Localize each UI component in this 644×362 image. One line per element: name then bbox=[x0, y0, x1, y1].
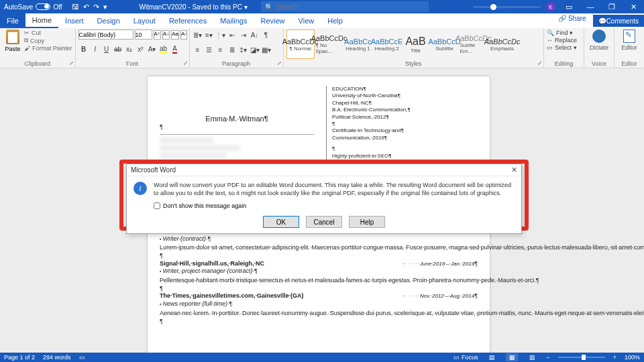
replace-button[interactable]: ↔Replace bbox=[547, 37, 577, 44]
job2-body[interactable]: Pellentesque·habitant·morbi·tristique·se… bbox=[160, 277, 478, 285]
job1-role[interactable]: Writer·(contract)· bbox=[160, 235, 478, 243]
read-mode-icon[interactable]: ▤ bbox=[486, 353, 498, 361]
highlight-button[interactable]: ab bbox=[158, 44, 169, 54]
comments-button[interactable]: 💬 Comments bbox=[593, 15, 644, 27]
web-layout-icon[interactable]: ▥ bbox=[526, 353, 538, 361]
cancel-button[interactable]: Cancel bbox=[306, 216, 342, 228]
save-icon[interactable]: 🖫 bbox=[72, 3, 79, 11]
undo-icon[interactable]: ↶ bbox=[83, 3, 89, 11]
zoom-in-icon[interactable]: + bbox=[613, 354, 616, 361]
zoom-slider[interactable] bbox=[558, 357, 605, 358]
shrink-font-button[interactable]: A↓ bbox=[162, 30, 170, 40]
menu-design[interactable]: Design bbox=[91, 13, 127, 28]
close-icon[interactable]: ✕ bbox=[625, 3, 641, 11]
help-button[interactable]: Help bbox=[349, 216, 385, 228]
edu-line[interactable]: Chapel·Hill,·NC bbox=[332, 100, 478, 107]
edu-header[interactable]: EDUCATION bbox=[332, 86, 478, 93]
share-button[interactable]: 🔗 Share bbox=[553, 15, 591, 27]
style-item[interactable]: AaBbCcHeading 1 bbox=[344, 29, 372, 59]
menu-home[interactable]: Home bbox=[25, 13, 58, 28]
align-right-button[interactable]: ≡ bbox=[215, 44, 226, 55]
spellcheck-icon[interactable]: ▭ bbox=[79, 354, 85, 361]
document-title[interactable]: WitmanCV2020 - Saved to this PC ▾ bbox=[140, 3, 248, 11]
edu-line[interactable]: University·of·North·Carolina bbox=[332, 93, 478, 99]
multilevel-button[interactable]: ⋮▾ bbox=[215, 29, 226, 40]
job2-role[interactable]: Writer,·project·manager·(contract)· bbox=[160, 267, 478, 276]
doc-name-line[interactable]: Emma·M.·Witman bbox=[160, 114, 314, 123]
user-avatar[interactable]: E bbox=[546, 2, 555, 11]
ok-button[interactable]: OK bbox=[263, 216, 299, 228]
dialog-title-bar[interactable]: Microsoft Word ✕ bbox=[127, 164, 521, 176]
edu-line[interactable]: Communication,·2019 bbox=[332, 135, 478, 141]
seo-line[interactable]: Highly·proficient·in·SEO bbox=[332, 153, 478, 160]
zoom-level[interactable]: 100% bbox=[625, 354, 640, 361]
ribbon-display-icon[interactable]: ▭ bbox=[561, 3, 577, 11]
superscript-button[interactable]: x² bbox=[136, 44, 146, 54]
menu-review[interactable]: Review bbox=[254, 13, 292, 28]
style-item[interactable]: AaBbCcDcEmphasis bbox=[488, 29, 517, 59]
search-input[interactable] bbox=[277, 3, 425, 11]
select-button[interactable]: ▭Select ▾ bbox=[547, 44, 577, 51]
format-painter-button[interactable]: 🖌Format Painter bbox=[24, 45, 72, 52]
editor-button[interactable]: Editor bbox=[617, 29, 641, 51]
edu-line[interactable]: Certificate·in·Technology·and bbox=[332, 127, 478, 134]
shading-button[interactable]: ◪▾ bbox=[250, 44, 260, 55]
style-item[interactable]: AaBbCcDc¶ No Spac... bbox=[315, 29, 343, 59]
styles-launcher-icon[interactable]: ⤢ bbox=[537, 60, 542, 66]
minimize-icon[interactable]: — bbox=[582, 3, 598, 11]
dont-show-checkbox[interactable] bbox=[154, 202, 160, 209]
style-item[interactable]: AaBbCcDSubtitle bbox=[431, 29, 459, 59]
job2-row[interactable]: Signal·Hill,·signalhill.us,·Raleigh,·NCJ… bbox=[160, 260, 478, 268]
menu-references[interactable]: References bbox=[162, 13, 213, 28]
clear-format-button[interactable]: A◦ bbox=[180, 30, 187, 40]
line-spacing-button[interactable]: ‡▾ bbox=[238, 44, 249, 55]
menu-view[interactable]: View bbox=[292, 13, 321, 28]
cut-button[interactable]: ✂Cut bbox=[24, 29, 72, 36]
redo-icon[interactable]: ↷ bbox=[93, 3, 99, 11]
menu-help[interactable]: Help bbox=[321, 13, 350, 28]
style-item[interactable]: AaBbCcEHeading 2 bbox=[373, 29, 401, 59]
edu-line[interactable] bbox=[332, 121, 478, 127]
menu-insert[interactable]: Insert bbox=[58, 13, 91, 28]
dictate-button[interactable]: Dictate bbox=[587, 29, 611, 51]
decrease-indent-button[interactable]: ⇤ bbox=[227, 29, 237, 40]
menu-mailings[interactable]: Mailings bbox=[213, 13, 254, 28]
job3-role[interactable]: News·reporter·(full-time)· bbox=[160, 300, 478, 308]
clipboard-launcher-icon[interactable]: ⤢ bbox=[69, 60, 74, 66]
edu-line[interactable]: B.A.·Electronic·Communication, bbox=[332, 107, 478, 113]
dont-show-label[interactable]: Don't show this message again bbox=[163, 202, 246, 209]
restore-icon[interactable]: ❐ bbox=[604, 3, 620, 11]
justify-button[interactable]: ≣ bbox=[227, 44, 237, 55]
font-size-input[interactable] bbox=[135, 29, 152, 40]
numbering-button[interactable]: ≡▾ bbox=[204, 29, 215, 40]
sort-button[interactable]: A↓ bbox=[250, 29, 260, 40]
print-layout-icon[interactable]: ▦ bbox=[506, 353, 518, 361]
focus-mode-button[interactable]: ▭ Focus bbox=[453, 354, 478, 361]
titlebar-slider[interactable] bbox=[474, 6, 541, 8]
strike-button[interactable]: ab bbox=[113, 44, 123, 54]
borders-button[interactable]: ▦▾ bbox=[261, 44, 272, 55]
qat-dropdown-icon[interactable]: ▾ bbox=[103, 3, 107, 11]
grow-font-button[interactable]: A↑ bbox=[154, 30, 161, 40]
italic-button[interactable]: I bbox=[90, 44, 101, 54]
show-marks-button[interactable]: ¶ bbox=[261, 29, 272, 40]
job1-body[interactable]: Lorem·ipsum·dolor·sit·amet,·consectetuer… bbox=[160, 244, 478, 252]
menu-layout[interactable]: Layout bbox=[127, 13, 162, 28]
search-box[interactable]: 🔍 bbox=[261, 1, 429, 12]
copy-button[interactable]: ⧉Copy bbox=[24, 37, 72, 44]
align-left-button[interactable]: ≡ bbox=[193, 44, 203, 55]
status-page[interactable]: Page 1 of 2 bbox=[4, 354, 35, 361]
paragraph-launcher-icon[interactable]: ⤢ bbox=[277, 60, 282, 66]
underline-button[interactable]: U bbox=[101, 44, 112, 54]
job3-row[interactable]: The·Times,·gainesvilletimes.com,·Gainesv… bbox=[160, 292, 478, 300]
bullets-button[interactable]: ≣▾ bbox=[193, 29, 203, 40]
styles-gallery[interactable]: AaBbCcDc¶ NormalAaBbCcDc¶ No Spac...AaBb… bbox=[286, 29, 517, 59]
increase-indent-button[interactable]: ⇥ bbox=[238, 29, 249, 40]
job3-body[interactable]: Aenean·nec·lorem.·In·porttitor.·Donec·la… bbox=[160, 310, 478, 318]
dialog-close-icon[interactable]: ✕ bbox=[511, 166, 517, 174]
zoom-out-icon[interactable]: − bbox=[546, 354, 549, 361]
subscript-button[interactable]: x₂ bbox=[124, 44, 135, 54]
text-effects-button[interactable]: A▾ bbox=[147, 44, 158, 54]
font-name-input[interactable] bbox=[78, 29, 133, 40]
menu-file[interactable]: File bbox=[0, 13, 25, 28]
